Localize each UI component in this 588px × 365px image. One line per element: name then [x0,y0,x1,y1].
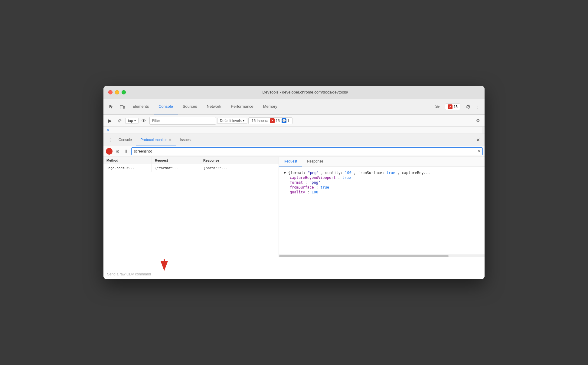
filter-input[interactable] [149,117,216,125]
levels-dropdown-icon: ▾ [243,119,244,122]
json-line-2: format : "png" [284,180,480,185]
clear-console-button[interactable]: ⊘ [116,117,124,125]
row-request: {"format"... [152,164,200,172]
issues-error-count: 15 [276,119,279,123]
error-icon: ✕ [448,104,452,109]
cdp-command-input[interactable]: Send a raw CDP command [103,257,485,279]
maximize-button[interactable] [122,90,126,94]
main-tabs-bar: Elements Console Sources Network Perform… [103,99,485,115]
pm-right-panel: Request Response ▼ {format: "png" , qual… [279,157,485,257]
tab-network[interactable]: Network [202,99,226,114]
drawer-panel: ⋮ Console Protocol monitor ✕ Issues ✕ ⊘ [103,134,485,279]
json-line-1: captureBeyondViewport : true [284,175,480,180]
arrow-annotation [155,258,173,273]
toolbar-separator [295,117,295,125]
context-value: top [128,119,133,123]
drawer-tabs: Console Protocol monitor ✕ Issues [114,134,474,146]
row-method: Page.captur... [103,164,152,172]
expand-icon[interactable]: ▼ [284,171,286,175]
pm-save-button[interactable]: ⬇ [123,148,129,155]
json-line-3: fromSurface : true [284,185,480,190]
drawer-tab-protocol-monitor[interactable]: Protocol monitor ✕ [136,134,176,146]
device-toggle-icon[interactable] [117,99,128,114]
main-tabs: Elements Console Sources Network Perform… [128,99,433,114]
console-scrollbar[interactable] [482,127,485,133]
drawer-tabs-bar: ⋮ Console Protocol monitor ✕ Issues ✕ [103,134,485,146]
dropdown-arrow-icon: ▾ [134,119,136,122]
issues-info-group: 💬 1 [282,118,289,123]
minimize-button[interactable] [115,90,119,94]
error-badge-icon: ✕ [270,118,275,123]
json-line-4: quality : 100 [284,190,480,195]
console-toolbar: ▶ ⊘ top ▾ 👁 Default levels ▾ 16 Issues: … [103,115,485,127]
pm-left-panel: Method Request Response Page.captur... {… [103,157,279,257]
window-title: DevTools - developer.chrome.com/docs/dev… [131,90,480,94]
drawer-tab-console[interactable]: Console [114,134,136,146]
issues-badge[interactable]: 16 Issues: ✕ 15 💬 1 [248,117,293,124]
json-summary-line: ▼ {format: "png" , quality: 100 , fromSu… [284,170,480,175]
svg-rect-1 [123,106,125,108]
row-response: {"data":"... [200,164,279,172]
pm-right-tab-response[interactable]: Response [302,157,328,166]
issues-info-count: 1 [287,119,289,123]
pm-search-clear-icon[interactable]: ✕ [476,148,482,154]
context-selector[interactable]: top ▾ [125,118,139,124]
table-row[interactable]: Page.captur... {"format"... {"data":"... [103,164,279,172]
more-tabs-button[interactable]: ≫ [433,99,443,114]
error-count: 15 [454,105,458,109]
method-column-header: Method [103,157,152,164]
pm-search-input[interactable] [131,147,483,155]
request-column-header: Request [152,157,200,164]
pm-horizontal-scrollbar[interactable] [279,255,485,257]
drawer-more-icon[interactable]: ⋮ [106,136,114,144]
pm-table: Method Request Response Page.captur... {… [103,157,485,257]
more-options-icon[interactable]: ⋮ [474,99,482,114]
svg-rect-0 [120,105,123,109]
pm-search-bar: ⊘ ⬇ ✕ [103,146,485,157]
issues-error-group: ✕ 15 [270,118,279,123]
tab-console[interactable]: Console [154,99,178,114]
console-prompt-area: > [103,127,485,134]
pm-clear-button[interactable]: ⊘ [114,148,121,155]
eye-icon[interactable]: 👁 [140,117,148,125]
drawer-close-button[interactable]: ✕ [474,136,482,144]
title-bar: DevTools - developer.chrome.com/docs/dev… [103,86,485,99]
run-script-button[interactable]: ▶ [106,117,114,125]
pm-table-header: Method Request Response [103,157,279,164]
close-button[interactable] [108,90,113,94]
prompt-chevron: > [107,128,109,132]
info-badge-icon: 💬 [282,118,286,123]
response-column-header: Response [200,157,279,164]
default-levels-button[interactable]: Default levels ▾ [217,118,247,124]
tab-elements[interactable]: Elements [128,99,154,114]
settings-icon[interactable]: ⚙ [463,99,474,114]
console-settings-icon[interactable]: ⚙ [474,117,482,125]
tab-memory[interactable]: Memory [258,99,282,114]
drawer-tab-issues[interactable]: Issues [176,134,195,146]
pm-right-content: ▼ {format: "png" , quality: 100 , fromSu… [279,167,485,255]
pm-right-tab-request[interactable]: Request [279,157,302,166]
pm-right-tabs: Request Response [279,157,485,167]
error-count-badge[interactable]: ✕ 15 [445,104,460,110]
traffic-lights [108,90,126,94]
tab-performance[interactable]: Performance [226,99,258,114]
default-levels-label: Default levels [220,119,242,123]
protocol-monitor-content: ⊘ ⬇ ✕ Method Request Response Page.capt [103,146,485,279]
tab-sources[interactable]: Sources [178,99,202,114]
protocol-monitor-close-icon[interactable]: ✕ [168,138,172,142]
record-button[interactable] [106,148,113,155]
issues-label: 16 Issues: [252,119,268,123]
inspect-icon[interactable] [106,99,117,114]
devtools-window: DevTools - developer.chrome.com/docs/dev… [103,86,485,279]
pm-table-body: Page.captur... {"format"... {"data":"... [103,164,279,257]
